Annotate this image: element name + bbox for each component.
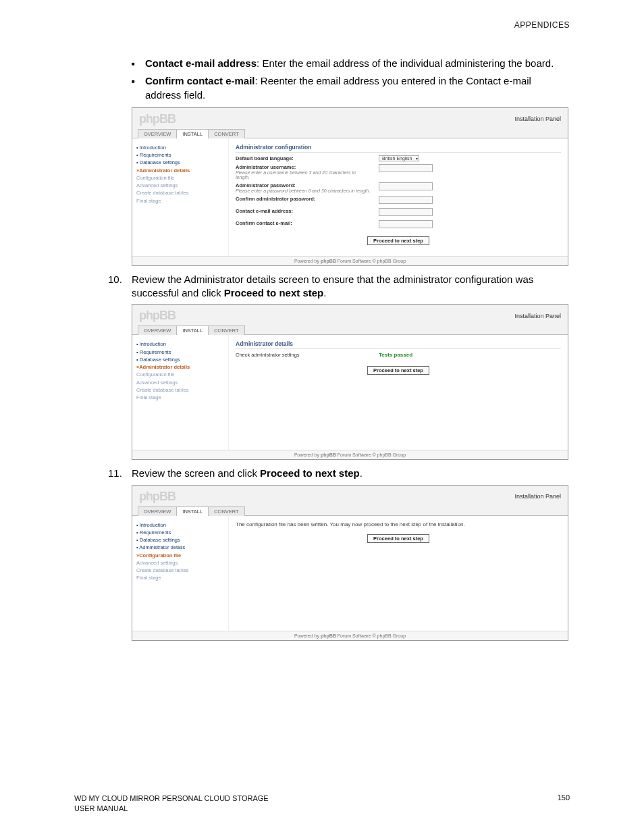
label-default-language: Default board language:: [236, 155, 371, 161]
install-sidebar: • Introduction • Requirements • Database…: [132, 516, 229, 631]
page-footer: WD MY CLOUD MIRROR PERSONAL CLOUD STORAG…: [74, 793, 570, 814]
panel-footer: Powered by phpBB Forum Software © phpBB …: [132, 450, 568, 459]
bullet-item: ■ Confirm contact e-mail: Reenter the em…: [132, 74, 570, 102]
bullet-text: Contact e-mail address: Enter the email …: [145, 57, 570, 70]
install-sidebar: • Introduction • Requirements • Database…: [132, 138, 229, 256]
tab-convert[interactable]: CONVERT: [208, 506, 245, 516]
nav-admin-details[interactable]: • Administrator details: [136, 544, 224, 551]
tab-install[interactable]: INSTALL: [176, 506, 209, 516]
proceed-button[interactable]: Proceed to next step: [367, 534, 429, 543]
label-confirm-password: Confirm administrator password:: [236, 196, 371, 202]
nav-requirements[interactable]: • Requirements: [136, 151, 224, 159]
step-number: 11.: [108, 467, 132, 480]
input-admin-password[interactable]: [379, 182, 433, 190]
nav-advanced[interactable]: Advanced settings: [136, 379, 224, 386]
nav-advanced[interactable]: Advanced settings: [136, 182, 224, 189]
bullet-label: Contact e-mail address: [145, 57, 257, 69]
bullet-label: Confirm contact e-mail: [145, 75, 255, 86]
nav-admin-details[interactable]: »Administrator details: [136, 167, 224, 174]
installation-panel-title: Installation Panel: [514, 313, 561, 319]
install-sidebar: • Introduction • Requirements • Database…: [132, 335, 229, 450]
step-10: 10. Review the Administrator details scr…: [108, 273, 570, 301]
screenshot-panel-admin-config: phpBB Installation Panel OVERVIEWINSTALL…: [132, 107, 568, 266]
nav-create-db[interactable]: Create database tables: [136, 567, 224, 574]
bullet-icon: ■: [132, 57, 145, 70]
installation-panel-title: Installation Panel: [514, 493, 561, 500]
section-heading: Administrator details: [236, 340, 561, 349]
nav-admin-details[interactable]: »Administrator details: [136, 363, 224, 371]
bullet-item: ■ Contact e-mail address: Enter the emai…: [132, 57, 570, 70]
nav-final[interactable]: Final stage: [136, 574, 224, 581]
label-check-settings: Check administrator settings: [236, 352, 371, 358]
tab-overview[interactable]: OVERVIEW: [138, 325, 177, 335]
input-admin-username[interactable]: [379, 164, 433, 172]
proceed-button[interactable]: Proceed to next step: [367, 236, 429, 245]
section-heading: Administrator configuration: [236, 144, 561, 153]
label-confirm-email: Confirm contact e-mail:: [236, 220, 371, 226]
step-11: 11. Review the screen and click Proceed …: [108, 467, 570, 480]
nav-requirements[interactable]: • Requirements: [136, 348, 224, 356]
proceed-button[interactable]: Proceed to next step: [367, 366, 429, 375]
hint-admin-password: Please enter a password between 6 and 30…: [236, 188, 371, 193]
step-text: Review the screen and click Proceed to n…: [132, 467, 570, 480]
tests-passed-status: Tests passed: [379, 352, 412, 358]
nav-config-file[interactable]: »Configuration file: [136, 552, 224, 559]
page-header-section: APPENDICES: [74, 20, 570, 30]
phpbb-logo: phpBB: [139, 490, 176, 504]
tab-convert[interactable]: CONVERT: [208, 325, 245, 335]
nav-config-file[interactable]: Configuration file: [136, 371, 224, 378]
nav-introduction[interactable]: • Introduction: [136, 521, 224, 529]
bullet-list: ■ Contact e-mail address: Enter the emai…: [132, 57, 570, 102]
nav-final[interactable]: Final stage: [136, 197, 224, 205]
config-written-message: The configuration file has been written.…: [236, 521, 561, 527]
label-admin-username: Administrator username: Please enter a u…: [236, 164, 371, 180]
nav-introduction[interactable]: • Introduction: [136, 144, 224, 151]
select-default-language[interactable]: British English: [379, 155, 419, 161]
panel-footer: Powered by phpBB Forum Software © phpBB …: [132, 256, 568, 265]
phpbb-logo: phpBB: [139, 309, 176, 323]
tab-overview[interactable]: OVERVIEW: [138, 506, 177, 516]
footer-product: WD MY CLOUD MIRROR PERSONAL CLOUD STORAG…: [74, 793, 269, 804]
nav-database[interactable]: • Database settings: [136, 159, 224, 166]
footer-doc-type: USER MANUAL: [74, 804, 269, 814]
nav-database[interactable]: • Database settings: [136, 356, 224, 363]
installation-panel-title: Installation Panel: [514, 115, 561, 122]
tab-install[interactable]: INSTALL: [176, 129, 209, 138]
tab-install[interactable]: INSTALL: [176, 325, 209, 335]
input-contact-email[interactable]: [379, 208, 433, 216]
phpbb-logo: phpBB: [139, 112, 176, 126]
nav-advanced[interactable]: Advanced settings: [136, 559, 224, 567]
panel-footer: Powered by phpBB Forum Software © phpBB …: [132, 631, 568, 640]
screenshot-panel-config-file: phpBB Installation Panel OVERVIEWINSTALL…: [132, 485, 568, 641]
tab-convert[interactable]: CONVERT: [208, 129, 245, 138]
nav-create-db[interactable]: Create database tables: [136, 189, 224, 197]
input-confirm-password[interactable]: [379, 196, 433, 204]
screenshot-panel-admin-details: phpBB Installation Panel OVERVIEWINSTALL…: [132, 304, 568, 460]
nav-requirements[interactable]: • Requirements: [136, 529, 224, 536]
page-number: 150: [558, 793, 570, 814]
nav-config-file[interactable]: Configuration file: [136, 174, 224, 182]
input-confirm-email[interactable]: [379, 220, 433, 228]
hint-admin-username: Please enter a username between 3 and 20…: [236, 170, 371, 180]
bullet-text: Confirm contact e-mail: Reenter the emai…: [145, 74, 570, 102]
step-text: Review the Administrator details screen …: [132, 273, 570, 301]
nav-introduction[interactable]: • Introduction: [136, 340, 224, 348]
step-number: 10.: [108, 273, 132, 301]
nav-final[interactable]: Final stage: [136, 394, 224, 401]
nav-database[interactable]: • Database settings: [136, 536, 224, 544]
label-contact-email: Contact e-mail address:: [236, 208, 371, 214]
nav-create-db[interactable]: Create database tables: [136, 386, 224, 394]
label-admin-password: Administrator password: Please enter a p…: [236, 182, 371, 193]
bullet-icon: ■: [132, 74, 145, 102]
bullet-desc: : Enter the email address of the individ…: [257, 57, 554, 69]
tab-overview[interactable]: OVERVIEW: [138, 129, 177, 138]
